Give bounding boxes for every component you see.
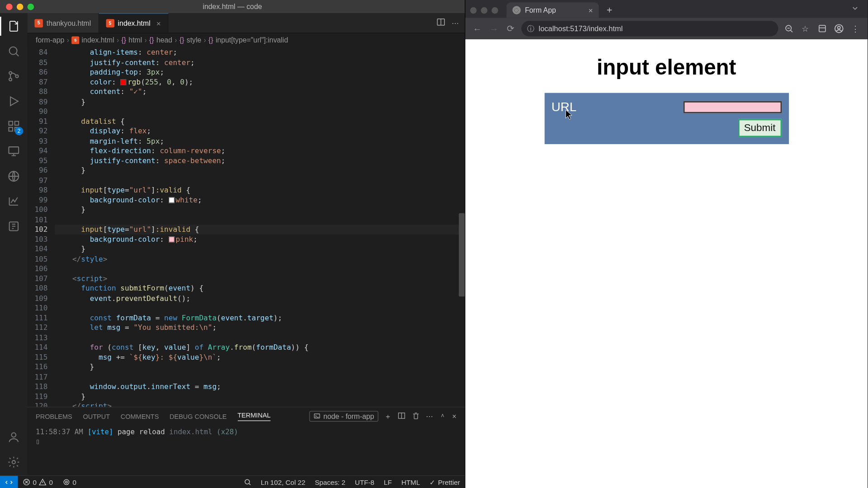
split-terminal-icon[interactable]	[397, 411, 406, 421]
svg-point-19	[245, 479, 249, 484]
window-menu-icon[interactable]	[851, 4, 859, 15]
panel-tab-problems[interactable]: PROBLEMS	[36, 413, 72, 420]
close-tab-icon[interactable]: ×	[588, 6, 593, 15]
close-icon[interactable]: ×	[156, 19, 161, 28]
zoom-window-icon[interactable]	[491, 7, 498, 14]
panel-tab-comments[interactable]: COMMENTS	[121, 413, 159, 420]
minimize-window-icon[interactable]	[481, 7, 487, 14]
run-debug-icon[interactable]	[6, 94, 21, 108]
page-content: input element URL Submit	[465, 39, 868, 488]
browser-tabstrip: ◌ Form App × ＋	[465, 0, 868, 18]
extensions-badge: 2	[15, 127, 23, 135]
live-preview-icon[interactable]	[6, 169, 21, 183]
breadcrumb-item[interactable]: form-app	[36, 36, 64, 44]
search-icon[interactable]	[6, 44, 21, 59]
status-spaces[interactable]: Spaces: 2	[310, 478, 350, 486]
panel-tab-terminal[interactable]: TERMINAL	[237, 412, 270, 421]
breadcrumb-item[interactable]: input[type="url"]:invalid	[216, 36, 288, 44]
terminal-launch-profile[interactable]: node - form-app	[309, 411, 378, 422]
tab-index[interactable]: 5 index.html ×	[99, 13, 169, 33]
html-file-icon: 5	[71, 36, 79, 44]
browser-window: ◌ Form App × ＋ ← → ⟳ ⓘ localhost:5173/in…	[465, 0, 868, 488]
remote-button[interactable]	[0, 476, 18, 488]
close-panel-icon[interactable]: ×	[452, 412, 456, 420]
address-bar[interactable]: ⓘ localhost:5173/index.html	[521, 21, 778, 36]
html-file-icon: 5	[34, 19, 42, 27]
url-label: URL	[552, 100, 576, 114]
form-container: URL Submit	[544, 93, 788, 144]
term-file: index.html	[169, 427, 212, 436]
status-encoding[interactable]: UTF-8	[350, 478, 379, 486]
breadcrumb-item[interactable]: html	[128, 36, 142, 44]
site-info-icon[interactable]: ⓘ	[527, 23, 534, 33]
source-control-icon[interactable]	[6, 69, 21, 84]
svg-rect-8	[9, 147, 19, 153]
svg-rect-6	[9, 127, 12, 131]
code-editor[interactable]: 8485868788899091929394959697989910010110…	[28, 47, 465, 407]
terminal-output[interactable]: 11:58:37 AM [vite] page reload index.htm…	[28, 425, 465, 475]
status-errors[interactable]: 0 0	[18, 478, 58, 486]
split-editor-icon[interactable]	[436, 17, 446, 28]
graph-icon[interactable]	[6, 194, 21, 209]
status-ports[interactable]: 0	[58, 478, 81, 486]
term-count: (x28)	[217, 427, 238, 436]
bookmark-icon[interactable]	[6, 219, 21, 234]
prettier-label: Prettier	[438, 479, 460, 486]
browser-tab[interactable]: ◌ Form App ×	[506, 2, 599, 18]
new-tab-button[interactable]: ＋	[599, 4, 620, 15]
breadcrumb-item[interactable]: index.html	[82, 36, 114, 44]
svg-rect-4	[9, 122, 12, 125]
term-time: 11:58:37 AM	[36, 427, 83, 436]
svg-point-0	[9, 47, 17, 55]
svg-rect-14	[314, 414, 320, 418]
svg-rect-21	[819, 25, 826, 32]
back-button[interactable]: ←	[472, 23, 483, 34]
favicon-icon: ◌	[512, 6, 520, 14]
zoom-icon[interactable]	[783, 23, 795, 34]
page-heading: input element	[465, 55, 868, 80]
status-ln-col[interactable]: Ln 102, Col 22	[256, 478, 310, 486]
svg-rect-5	[15, 122, 19, 125]
svg-point-11	[11, 433, 16, 437]
status-lang[interactable]: HTML	[396, 478, 425, 486]
window-title: index.html — code	[0, 2, 465, 10]
more-actions-icon[interactable]: ⋯	[452, 19, 459, 27]
breadcrumb-item[interactable]: style	[187, 36, 202, 44]
panel-tab-debug[interactable]: DEBUG CONSOLE	[170, 413, 226, 420]
status-eol[interactable]: LF	[379, 478, 396, 486]
remote-explorer-icon[interactable]	[6, 144, 21, 159]
activity-bar: 2	[0, 13, 28, 475]
url-text: localhost:5173/index.html	[538, 24, 623, 33]
panel-tab-output[interactable]: OUTPUT	[83, 413, 110, 420]
scrollbar-thumb[interactable]	[459, 213, 465, 297]
reading-list-icon[interactable]	[816, 23, 828, 34]
status-magnify[interactable]	[239, 478, 256, 486]
breadcrumb[interactable]: form-app› 5 index.html› {} html› {} head…	[28, 33, 465, 47]
bookmark-star-icon[interactable]: ☆	[800, 23, 811, 34]
close-window-icon[interactable]	[470, 7, 476, 14]
explorer-icon[interactable]	[6, 19, 21, 33]
menu-icon[interactable]: ⋮	[849, 23, 861, 34]
brace-icon: {}	[208, 36, 213, 44]
tab-thankyou[interactable]: 5 thankyou.html	[28, 13, 99, 33]
forward-button[interactable]: →	[488, 23, 500, 34]
launch-label: node - form-app	[323, 412, 374, 420]
editor-tabs: 5 thankyou.html 5 index.html × ⋯	[28, 13, 465, 33]
profile-avatar-icon[interactable]	[833, 23, 845, 34]
maximize-panel-icon[interactable]: ＾	[439, 411, 446, 421]
more-icon[interactable]: ⋯	[426, 412, 433, 420]
submit-button[interactable]: Submit	[738, 119, 781, 137]
account-icon[interactable]	[6, 430, 21, 445]
url-input[interactable]	[683, 101, 781, 113]
kill-terminal-icon[interactable]	[412, 411, 420, 421]
new-terminal-icon[interactable]: ＋	[384, 411, 392, 421]
reload-button[interactable]: ⟳	[505, 23, 516, 34]
status-prettier[interactable]: ✓ Prettier	[425, 478, 465, 486]
svg-point-2	[9, 78, 12, 81]
gear-icon[interactable]	[6, 455, 21, 469]
breadcrumb-item[interactable]: head	[156, 36, 172, 44]
extensions-icon[interactable]: 2	[6, 119, 21, 134]
code-source[interactable]: align-items: center; justify-content: ce…	[55, 47, 465, 407]
brace-icon: {}	[179, 36, 184, 44]
terminal-cursor: ▯	[36, 437, 457, 445]
